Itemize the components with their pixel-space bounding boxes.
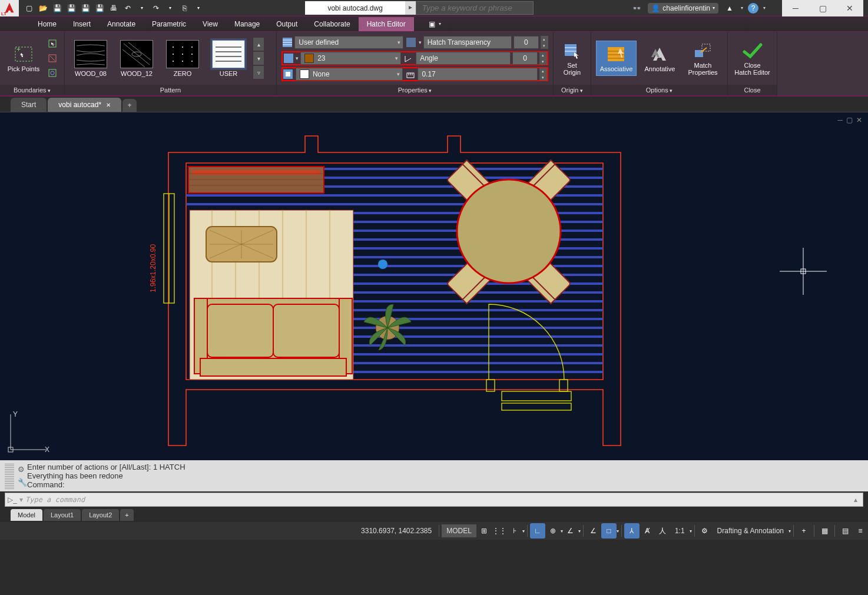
layout-tab-layout2[interactable]: Layout2 — [82, 509, 119, 521]
help-icon[interactable]: ? — [748, 3, 758, 14]
transparency-label[interactable]: Hatch Transparency — [423, 36, 512, 49]
doc-tab-add[interactable]: + — [122, 99, 137, 112]
units-icon[interactable]: ▦ — [817, 523, 832, 539]
snap-icon[interactable]: ⋮⋮ — [492, 523, 507, 539]
title-switch-icon[interactable]: ▸ — [405, 1, 416, 15]
layout-tab-layout1[interactable]: Layout1 — [44, 509, 81, 521]
auto-scale-icon[interactable]: Ⱥ — [640, 523, 655, 539]
panel-boundaries-title[interactable]: Boundaries — [0, 85, 64, 95]
tab-annotate[interactable]: Annotate — [99, 17, 144, 31]
osnap-icon[interactable]: □ — [601, 523, 617, 539]
scale-value[interactable]: 0.17 — [418, 68, 537, 81]
hatch-bg-dropdown[interactable]: None▾ — [296, 68, 403, 81]
tab-hatch-editor[interactable]: Hatch Editor — [359, 17, 414, 31]
undo-icon[interactable]: ↶ — [121, 2, 134, 15]
close-tab-icon[interactable]: ✕ — [106, 102, 111, 108]
status-workspace[interactable]: Drafting & Annotation — [713, 527, 789, 535]
transparency-spinner[interactable]: ▴▾ — [541, 36, 548, 49]
angle-label[interactable]: Angle — [416, 52, 511, 65]
maximize-button[interactable]: ▢ — [809, 0, 836, 16]
command-wrench-icon[interactable]: 🔧 — [18, 478, 27, 487]
anno-monitor-icon[interactable]: + — [796, 523, 811, 539]
grid-icon[interactable]: ⊞ — [476, 523, 492, 539]
web-open-icon[interactable]: 💾 — [93, 2, 106, 15]
transparency-value[interactable]: 0 — [513, 36, 538, 49]
angle-value[interactable]: 0 — [512, 52, 537, 65]
workspace-icon[interactable]: ⚙ — [697, 523, 713, 539]
isodraft-icon[interactable]: ∠ — [563, 523, 578, 539]
hatch-type-dropdown[interactable]: User defined▾ — [294, 36, 403, 49]
command-grip[interactable] — [5, 463, 14, 489]
tab-home[interactable]: Home — [29, 17, 65, 31]
pattern-expand-icon[interactable]: ▿ — [253, 66, 264, 79]
tab-manage[interactable]: Manage — [226, 17, 268, 31]
tab-output[interactable]: Output — [268, 17, 306, 31]
layout-tab-model[interactable]: Model — [11, 509, 42, 521]
tab-view[interactable]: View — [194, 17, 226, 31]
annotative-button[interactable]: Annotative — [640, 44, 680, 72]
close-hatch-editor-button[interactable]: Close Hatch Editor — [733, 41, 772, 76]
pattern-zero[interactable]: ZERO — [161, 40, 204, 77]
remove-boundary-icon[interactable] — [46, 52, 59, 65]
undo-dd-icon[interactable]: ▾ — [135, 2, 148, 15]
panel-options-title[interactable]: Options — [591, 85, 727, 95]
redo-icon[interactable]: ↷ — [150, 2, 163, 15]
pattern-wood12[interactable]: WOOD_12 — [115, 40, 158, 77]
doc-tab-active[interactable]: vobi autocad*✕ — [48, 98, 121, 112]
set-origin-button[interactable]: Set Origin — [558, 41, 586, 76]
plot-icon[interactable]: 🖶 — [107, 2, 120, 15]
customize-icon[interactable]: ≡ — [853, 523, 868, 539]
viewport-maximize-icon[interactable]: ▢ — [846, 116, 853, 124]
anno-visibility-icon[interactable]: ⅄ — [624, 523, 640, 539]
command-line[interactable]: ▷_ ▾ Type a command ▴ — [5, 493, 863, 507]
tab-collaborate[interactable]: Collaborate — [306, 17, 358, 31]
osnap-tracking-icon[interactable]: ∠ — [586, 523, 601, 539]
associative-button[interactable]: Associative — [596, 41, 637, 76]
select-boundary-icon[interactable] — [46, 37, 59, 50]
ortho-icon[interactable]: ∟ — [530, 523, 545, 539]
save-icon[interactable]: 💾 — [51, 2, 64, 15]
recreate-boundary-icon[interactable] — [46, 67, 59, 79]
app-logo[interactable]: LT — [0, 0, 19, 16]
new-icon[interactable]: ▢ — [22, 2, 35, 15]
polar-icon[interactable]: ⊕ — [545, 523, 561, 539]
web-save-icon[interactable]: 💾 — [79, 2, 92, 15]
share-icon[interactable]: ⎘ — [178, 2, 191, 15]
doc-tab-start[interactable]: Start — [11, 98, 47, 112]
angle-spinner[interactable]: ▴▾ — [539, 52, 547, 65]
saveas-icon[interactable]: 💾 — [65, 2, 78, 15]
close-button[interactable]: ✕ — [836, 0, 863, 16]
anno-scale-icon[interactable]: 人 — [655, 523, 670, 539]
pattern-user[interactable]: USER — [207, 40, 250, 77]
qat-dd-icon[interactable]: ▾ — [192, 2, 205, 15]
panel-properties-title[interactable]: Properties — [277, 85, 553, 95]
redo-dd-icon[interactable]: ▾ — [164, 2, 177, 15]
search-input[interactable] — [416, 1, 534, 15]
command-input[interactable]: Type a command — [23, 496, 849, 504]
user-account[interactable]: 👤 chaelinfiorentin ▾ — [648, 3, 718, 14]
history-expand-icon[interactable]: ⚙ — [18, 465, 27, 474]
pattern-up-icon[interactable]: ▴ — [253, 38, 264, 51]
minimize-button[interactable]: ─ — [782, 0, 809, 16]
tab-insert[interactable]: Insert — [65, 17, 99, 31]
infer-icon[interactable]: ⊦ — [507, 523, 522, 539]
autodesk-icon[interactable]: ▲ — [723, 2, 736, 15]
featured-apps-icon[interactable]: ▣ — [426, 18, 439, 31]
command-recent-icon[interactable]: ▴ — [849, 496, 863, 504]
quick-props-icon[interactable]: ▤ — [837, 523, 853, 539]
open-icon[interactable]: 📂 — [37, 2, 49, 15]
pattern-down-icon[interactable]: ▾ — [253, 52, 264, 65]
scale-spinner[interactable]: ▴▾ — [539, 68, 547, 81]
binoculars-icon[interactable]: 👓 — [630, 2, 643, 15]
status-scale[interactable]: 1:1 — [670, 527, 690, 535]
viewport-close-icon[interactable]: ✕ — [856, 116, 862, 124]
panel-origin-title[interactable]: Origin — [554, 85, 591, 95]
viewport-minimize-icon[interactable]: ─ — [837, 116, 843, 124]
pattern-wood08[interactable]: WOOD_08 — [69, 40, 112, 77]
hatch-color-dropdown[interactable]: 23▾ — [300, 52, 401, 65]
pick-points-button[interactable]: + Pick Points — [5, 44, 42, 72]
match-properties-button[interactable]: Match Properties — [683, 41, 723, 76]
drawing-canvas[interactable]: ─ ▢ ✕ — [0, 112, 868, 460]
tab-parametric[interactable]: Parametric — [144, 17, 194, 31]
status-space-button[interactable]: MODEL — [442, 524, 476, 537]
